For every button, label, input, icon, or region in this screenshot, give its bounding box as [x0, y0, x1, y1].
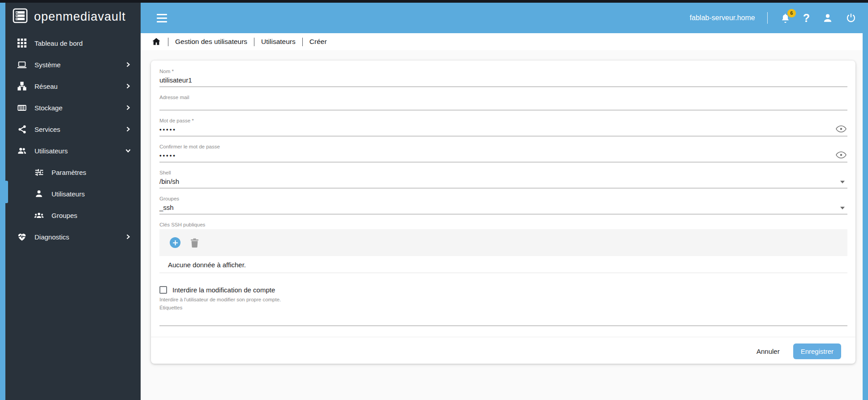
dashboard-grid-icon — [17, 38, 27, 48]
sidebar-item-label: Utilisateurs — [34, 147, 68, 155]
password-label: Mot de passe * — [159, 117, 847, 124]
groups-icon — [34, 210, 44, 220]
eye-icon — [836, 125, 847, 133]
dropdown-arrow-icon[interactable] — [840, 181, 845, 183]
name-label: Nom * — [159, 68, 847, 74]
sidebar-item-reseau[interactable]: Réseau — [0, 75, 141, 97]
dropdown-arrow-icon[interactable] — [840, 207, 845, 209]
brand-name: openmediavault — [34, 10, 126, 24]
sidebar-item-label: Tableau de bord — [34, 39, 83, 47]
tune-icon — [34, 167, 44, 177]
forbid-account-modification-label[interactable]: Interdire la modification de compte — [172, 286, 275, 294]
ssh-keys-section: Clés SSH publiques Aucune donnée à affic… — [159, 222, 847, 273]
sidebar-item-label: Utilisateurs — [52, 190, 85, 198]
user-create-form-card: Nom * utilisateur1 Adresse mail Mot de p… — [151, 61, 855, 364]
sidebar-item-stockage[interactable]: Stockage — [0, 97, 141, 118]
right-accent-strip — [863, 3, 868, 400]
sidebar-item-utilisateurs-sub[interactable]: Utilisateurs — [0, 183, 141, 204]
breadcrumb-item-gestion[interactable]: Gestion des utilisateurs — [175, 38, 247, 46]
sidebar-item-parametres[interactable]: Paramètres — [0, 161, 141, 183]
chevron-right-icon — [125, 83, 131, 89]
plus-icon — [172, 240, 178, 246]
shell-field: Shell /bin/sh — [159, 170, 847, 188]
chevron-down-icon — [125, 148, 131, 153]
tags-input[interactable] — [159, 317, 847, 326]
sidebar: openmediavault Tableau de bord Système R… — [0, 3, 141, 400]
menu-toggle-button[interactable] — [157, 14, 167, 22]
breadcrumb-separator — [302, 38, 303, 46]
groups-field: Groupes _ssh — [159, 196, 847, 214]
openmediavault-logo-icon — [12, 8, 28, 26]
email-field: Adresse mail — [159, 94, 847, 110]
heart-pulse-icon — [17, 232, 27, 242]
breadcrumb-item-utilisateurs[interactable]: Utilisateurs — [261, 38, 296, 46]
window-top-edge — [0, 0, 868, 3]
breadcrumb: Gestion des utilisateurs Utilisateurs Cr… — [141, 33, 863, 50]
people-icon — [17, 146, 27, 156]
add-ssh-key-button[interactable] — [170, 237, 180, 248]
breadcrumb-separator — [168, 38, 168, 46]
breadcrumb-separator — [254, 38, 254, 46]
sidebar-item-systeme[interactable]: Système — [0, 54, 141, 75]
home-icon[interactable] — [151, 37, 161, 47]
notifications-button[interactable]: 6 — [780, 13, 791, 24]
forbid-modification-row: Interdire la modification de compte — [159, 286, 847, 294]
ssh-keys-empty-text: Aucune donnée à afficher. — [159, 256, 847, 273]
brand-header[interactable]: openmediavault — [0, 3, 141, 30]
password-input[interactable]: ••••• — [159, 125, 847, 136]
forbid-account-modification-checkbox[interactable] — [159, 286, 167, 294]
email-label: Adresse mail — [159, 94, 847, 100]
tags-label: Étiquettes — [159, 304, 847, 311]
main-content: Nom * utilisateur1 Adresse mail Mot de p… — [141, 50, 863, 400]
share-icon — [17, 124, 27, 134]
power-icon — [846, 13, 856, 23]
user-icon — [822, 12, 834, 24]
delete-ssh-key-button[interactable] — [190, 238, 199, 248]
user-menu-button[interactable] — [822, 12, 834, 24]
confirm-password-input[interactable]: ••••• — [159, 151, 847, 162]
topbar-divider — [767, 12, 768, 24]
sidebar-nav: Tableau de bord Système Réseau Sto — [0, 30, 141, 248]
hostname: fablab-serveur.home — [690, 14, 755, 22]
sidebar-item-label: Paramètres — [52, 169, 86, 176]
shell-label: Shell — [159, 170, 847, 176]
chevron-right-icon — [125, 126, 131, 132]
password-field: Mot de passe * ••••• — [159, 117, 847, 136]
sidebar-item-label: Système — [34, 61, 60, 69]
groups-select[interactable]: _ssh — [159, 203, 847, 214]
confirm-password-label: Confirmer le mot de passe — [159, 143, 847, 150]
sidebar-item-groupes[interactable]: Groupes — [0, 204, 141, 226]
help-button[interactable]: ? — [803, 13, 810, 24]
chevron-right-icon — [125, 105, 131, 110]
forbid-account-modification-helper: Interdire à l'utilisateur de modifier so… — [159, 296, 847, 303]
chevron-right-icon — [125, 62, 131, 67]
shell-select[interactable]: /bin/sh — [159, 177, 847, 188]
sidebar-item-label: Réseau — [34, 83, 58, 90]
name-input[interactable]: utilisateur1 — [159, 76, 847, 87]
active-nav-indicator — [5, 181, 8, 203]
sidebar-item-tableau-de-bord[interactable]: Tableau de bord — [0, 32, 141, 54]
chevron-right-icon — [125, 234, 131, 239]
toggle-password-visibility-button[interactable] — [836, 125, 847, 133]
name-field: Nom * utilisateur1 — [159, 68, 847, 87]
sidebar-item-label: Services — [34, 126, 60, 133]
email-input[interactable] — [159, 102, 847, 110]
groups-label: Groupes — [159, 196, 847, 202]
trash-icon — [190, 238, 199, 248]
ssh-keys-label: Clés SSH publiques — [159, 222, 847, 228]
person-icon — [34, 189, 44, 199]
confirm-password-field: Confirmer le mot de passe ••••• — [159, 143, 847, 162]
left-accent-strip — [0, 3, 5, 400]
cancel-button[interactable]: Annuler — [756, 348, 780, 355]
toggle-confirm-password-visibility-button[interactable] — [836, 151, 847, 159]
laptop-icon — [17, 60, 27, 70]
notifications-badge: 6 — [787, 9, 796, 17]
sidebar-item-utilisateurs[interactable]: Utilisateurs — [0, 140, 141, 161]
sidebar-item-services[interactable]: Services — [0, 118, 141, 140]
form-actions: Annuler Enregistrer — [159, 337, 847, 359]
sidebar-item-label: Stockage — [34, 104, 63, 112]
power-button[interactable] — [846, 13, 856, 23]
sidebar-item-diagnostics[interactable]: Diagnostics — [0, 226, 141, 248]
save-button[interactable]: Enregistrer — [793, 343, 841, 359]
topbar: fablab-serveur.home 6 ? — [141, 3, 868, 33]
